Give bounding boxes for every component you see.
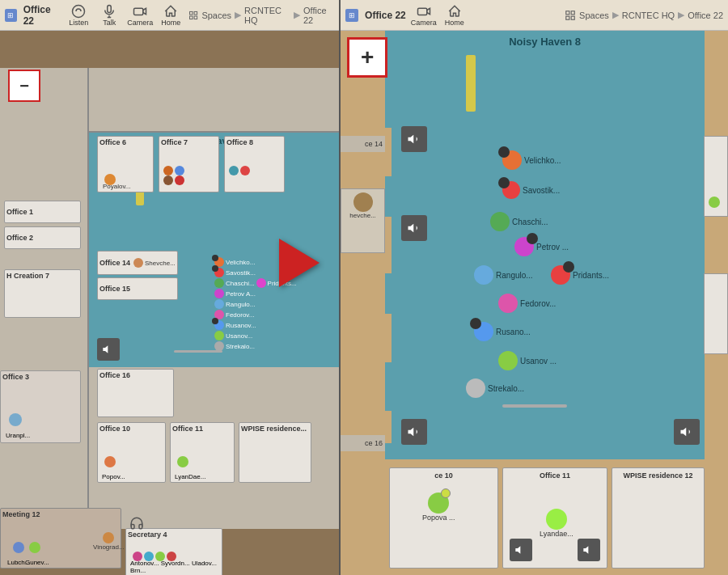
home-button-left[interactable]: Home: [159, 4, 182, 27]
person-pridants-right: Pridants...: [551, 265, 609, 285]
svg-rect-0: [108, 5, 112, 12]
zoom-out-button[interactable]: −: [8, 70, 40, 102]
avatar-meeting12b: [29, 542, 40, 553]
room-office11-right[interactable]: Office 11 Lyandae...: [502, 467, 607, 569]
room-label-office10: Office 10: [99, 425, 163, 433]
person-petrov-right: Petrov ...: [514, 237, 569, 256]
toolbar-icons-left: Listen Talk Camera Home: [67, 4, 182, 27]
room-chevche: hevche...: [341, 188, 385, 253]
person-fedorov-right: Fedorov...: [498, 294, 556, 313]
room-right-2: [704, 273, 728, 354]
room-label-office1: Office 1: [6, 208, 33, 216]
wall-gap-2: [385, 217, 392, 273]
wall-gap-4: [385, 411, 392, 443]
room-office11[interactable]: Office 11 LyanDae...: [170, 422, 235, 483]
room-label-secretary4: Secretary 4: [128, 531, 220, 539]
window-title-left: Office 22: [23, 4, 61, 27]
room-office14[interactable]: Office 14 Shevche...: [97, 251, 178, 275]
svg-rect-9: [566, 16, 569, 19]
room-office15[interactable]: Office 15: [97, 277, 178, 300]
room-label-office7: Office 7: [159, 137, 218, 148]
room-office10[interactable]: Office 10 Popov...: [97, 422, 166, 483]
room-label-office10-right: ce 10: [392, 471, 496, 480]
avatar-office3: [9, 413, 22, 426]
yellow-bar-right: [466, 55, 476, 112]
svg-rect-2: [190, 11, 193, 15]
window-title-right: Office 22: [365, 10, 406, 21]
toolbar-icons-right: Camera Home: [413, 4, 466, 27]
left-strip-right: [341, 31, 385, 575]
person-name-office6: Poyalov...: [103, 183, 131, 190]
room-right-1: [704, 136, 728, 217]
person-rangulo-right: Rangulo...: [474, 265, 533, 285]
svg-rect-5: [194, 16, 197, 19]
person-vinograd: Vinograd...: [93, 532, 125, 551]
room-office7[interactable]: Office 7: [159, 136, 219, 192]
svg-rect-1: [134, 8, 143, 15]
divider-line-left: [174, 350, 222, 353]
map-area-right: + Noisy Haven 8: [341, 31, 728, 575]
avatars-office7: [163, 166, 184, 175]
room-label-meeting12: Meeting 12: [2, 510, 119, 518]
svg-rect-3: [194, 11, 197, 15]
avatars-office7b: [163, 175, 184, 185]
right-panel: ⊞ Office 22 Camera Home Spaces▶ RCNTEC H…: [341, 0, 728, 575]
room-office10-right[interactable]: ce 10 Popova ...: [389, 467, 498, 569]
person-office3: Uranpl...: [6, 432, 30, 439]
speaker-device-right-1: [401, 126, 427, 152]
person-rusano-right: Rusano...: [474, 322, 531, 341]
room-wpise[interactable]: WPISE residence...: [239, 422, 311, 483]
divider-line-right: [502, 404, 567, 408]
speaker-device-right-3: [401, 419, 427, 445]
room-wpise-right[interactable]: WPISE residence 12: [612, 467, 705, 569]
noisy-haven-label-right: Noisy Haven 8: [509, 36, 581, 48]
room-label-office8: Office 8: [225, 137, 284, 148]
room-office1[interactable]: Office 1: [4, 201, 81, 223]
home-button-right[interactable]: Home: [443, 4, 466, 27]
wall-gap-3: [385, 314, 392, 362]
person-name-office11: LyanDae...: [175, 473, 205, 480]
camera-button-right[interactable]: Camera: [413, 4, 435, 27]
talk-button-left[interactable]: Talk: [98, 4, 121, 27]
top-corridor: [89, 68, 339, 133]
wall-gap-1: [385, 128, 392, 176]
person-savostik-right: Savostik...: [502, 181, 560, 199]
avatar-meeting12a: [13, 542, 24, 553]
room-label-office3: Office 3: [2, 373, 78, 381]
room-label-ce16: ce 16: [341, 435, 385, 451]
room-office3[interactable]: Office 3 Uranpl...: [0, 370, 81, 443]
room-label-wpise-right: WPISE residence 12: [614, 471, 702, 480]
room-label-wpise: WPISE residence...: [241, 425, 309, 433]
room-label-office11-right: Office 11: [505, 471, 605, 480]
avatar-office10: [104, 456, 116, 467]
camera-button-left[interactable]: Camera: [129, 4, 151, 27]
zoom-in-button[interactable]: +: [347, 37, 387, 78]
person-usanov-right: Usanov ...: [498, 351, 557, 370]
person-popova-right: Popova ...: [422, 493, 455, 522]
person-velichko-right: Velichko...: [502, 150, 561, 170]
room-office6[interactable]: Office 6 Poyalov...: [97, 136, 154, 192]
room-office16[interactable]: Office 16: [97, 369, 174, 417]
svg-rect-10: [571, 16, 574, 19]
room-creation7[interactable]: H Creation 7: [4, 269, 81, 318]
svg-rect-7: [566, 11, 569, 14]
room-label-office16: Office 16: [99, 371, 171, 379]
avatar-office11: [177, 456, 188, 467]
app-icon-left: ⊞: [5, 9, 17, 22]
svg-rect-6: [417, 8, 426, 15]
room-office8[interactable]: Office 8: [224, 136, 285, 192]
headset-secretary: [129, 516, 144, 531]
person-office14: Shevche...: [145, 260, 176, 267]
speaker-device-right-2: [401, 215, 427, 241]
avatar-office14: [133, 258, 143, 268]
left-panel: ⊞ Office 22 Listen Talk Camera Home Spac…: [0, 0, 339, 575]
person-chaschi-right: Chaschi...: [490, 212, 548, 231]
svg-rect-8: [571, 11, 574, 14]
listen-button-left[interactable]: Listen: [67, 4, 90, 27]
speaker-device-right-4: [674, 419, 700, 445]
room-office2[interactable]: Office 2: [4, 226, 81, 249]
room-secretary4[interactable]: Secretary 4 Antonov... Syvordn... Uladov…: [125, 528, 222, 575]
room-label-office11: Office 11: [172, 425, 232, 433]
map-area-left: − Noisy Haven 8 Office 6 Poyalov...: [0, 31, 339, 575]
avatars-office8: [229, 166, 250, 175]
